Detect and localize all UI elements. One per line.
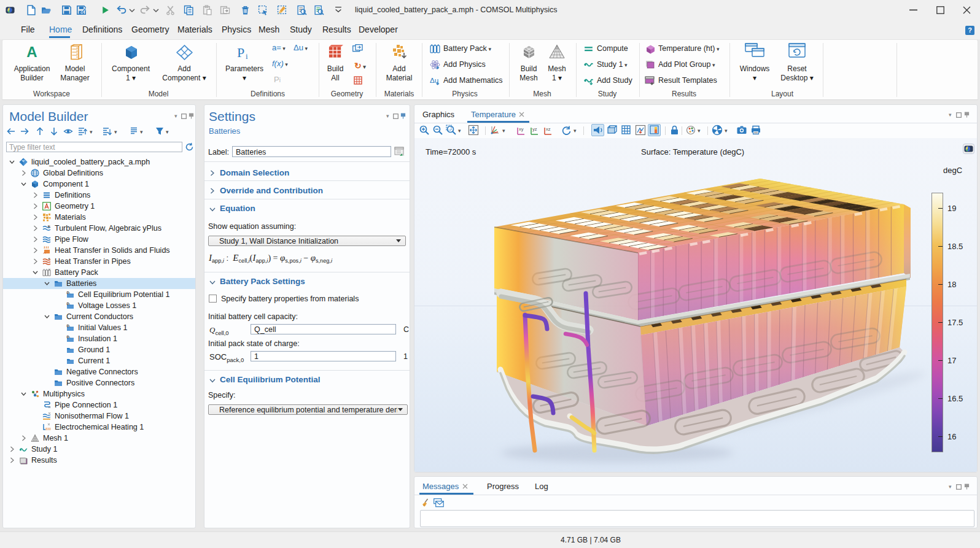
svg-text:A: A [26, 44, 37, 60]
svg-text:i: i [246, 52, 248, 60]
svg-text:D: D [67, 335, 70, 339]
svg-text:xz: xz [546, 126, 551, 132]
svg-text:D: D [67, 291, 70, 295]
svg-text:yz: yz [532, 126, 537, 132]
svg-text:xy: xy [519, 126, 524, 132]
svg-text:D: D [67, 324, 70, 328]
svg-text:D: D [67, 302, 70, 306]
svg-text:P: P [237, 45, 244, 60]
